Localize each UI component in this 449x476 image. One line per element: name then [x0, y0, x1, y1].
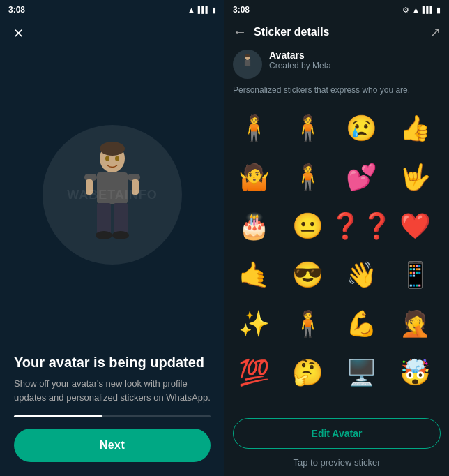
- svg-point-10: [112, 231, 129, 239]
- tap-preview-label: Tap to preview sticker: [233, 454, 441, 470]
- pack-sub: Created by Meta: [269, 61, 441, 70]
- edit-avatar-button[interactable]: Edit Avatar: [233, 418, 441, 449]
- sticker-cell[interactable]: 🧍: [284, 300, 331, 348]
- sticker-cell[interactable]: 💕: [337, 154, 385, 201]
- battery-icon-right: ▮: [436, 6, 441, 15]
- right-nav: ← Sticker details ↗: [224, 20, 449, 44]
- signal-icon-right: ▌▌▌: [423, 6, 434, 13]
- progress-bar: [14, 415, 211, 417]
- avatar-figure: [70, 139, 154, 251]
- left-status-bar: 3:08 ▲ ▌▌▌ ▮: [0, 0, 224, 20]
- sticker-cell[interactable]: 🤔: [284, 349, 331, 396]
- wifi-icon: ▲: [188, 6, 195, 14]
- sticker-cell[interactable]: 🧍: [284, 105, 331, 152]
- right-time: 3:08: [233, 5, 250, 15]
- sticker-cell[interactable]: 😢: [337, 105, 385, 152]
- svg-point-12: [115, 156, 119, 161]
- sticker-info: Avatars Created by Meta: [224, 44, 449, 84]
- update-desc: Show off your avatar's new look with pro…: [14, 377, 211, 404]
- svg-rect-7: [97, 203, 111, 235]
- sticker-cell[interactable]: ❓❓: [337, 202, 385, 250]
- sticker-grid: 🧍🧍😢👍🤷🧍💕🤟🎂😐❓❓❤️🤙😎👋📱✨🧍💪🤦💯🤔🖥️🤯: [224, 102, 449, 412]
- svg-point-9: [96, 231, 112, 239]
- sticker-cell[interactable]: 🧍: [284, 154, 331, 201]
- sticker-cell[interactable]: 📱: [391, 251, 439, 299]
- pack-avatar-figure: [237, 54, 258, 75]
- pack-name: Avatars: [269, 50, 441, 61]
- right-panel: 3:08 ⚙ ▲ ▌▌▌ ▮ ← Sticker details ↗ Avata…: [224, 0, 449, 476]
- wifi-icon-right: ▲: [412, 6, 420, 14]
- close-button[interactable]: ✕: [8, 24, 28, 43]
- sticker-cell[interactable]: 👍: [391, 105, 439, 152]
- signal-icon: ▌▌▌: [198, 6, 209, 13]
- svg-point-11: [105, 156, 109, 161]
- left-time: 3:08: [8, 5, 25, 15]
- battery-icon: ▮: [212, 6, 216, 15]
- sticker-cell[interactable]: 🖥️: [337, 349, 385, 396]
- pack-meta: Avatars Created by Meta: [269, 50, 441, 70]
- sticker-cell[interactable]: 🤙: [230, 251, 277, 299]
- settings-icon: ⚙: [402, 6, 409, 15]
- left-panel: 3:08 ▲ ▌▌▌ ▮ ✕ WABETAINFO: [0, 0, 224, 476]
- next-button[interactable]: Next: [14, 429, 211, 462]
- svg-rect-5: [86, 179, 93, 195]
- sticker-cell[interactable]: ✨: [230, 300, 277, 348]
- sticker-cell[interactable]: 💯: [230, 349, 277, 396]
- pack-avatar: [233, 50, 262, 79]
- sticker-cell[interactable]: 🤦: [391, 300, 439, 348]
- sticker-cell[interactable]: 🤟: [391, 154, 439, 201]
- right-status-bar: 3:08 ⚙ ▲ ▌▌▌ ▮: [224, 0, 449, 20]
- sticker-cell[interactable]: ❤️: [391, 202, 439, 250]
- right-status-icons: ⚙ ▲ ▌▌▌ ▮: [402, 6, 441, 15]
- share-icon[interactable]: ↗: [430, 24, 441, 40]
- svg-rect-15: [245, 60, 250, 66]
- sticker-cell[interactable]: 🤯: [391, 349, 439, 396]
- sticker-cell[interactable]: 😐: [284, 202, 331, 250]
- sticker-cell[interactable]: 🎂: [230, 202, 277, 250]
- sticker-cell[interactable]: 😎: [284, 251, 331, 299]
- svg-rect-8: [114, 203, 128, 235]
- avatar-circle: WABETAINFO: [43, 125, 182, 265]
- pack-desc: Personalized stickers that express who y…: [224, 84, 449, 102]
- sticker-cell[interactable]: 🤷: [230, 154, 277, 201]
- left-bottom: Your avatar is being updated Show off yo…: [0, 342, 224, 476]
- sticker-cell[interactable]: 💪: [337, 300, 385, 348]
- sticker-cell[interactable]: 👋: [337, 251, 385, 299]
- back-button[interactable]: ←: [233, 24, 247, 40]
- svg-point-14: [245, 54, 250, 57]
- left-status-icons: ▲ ▌▌▌ ▮: [188, 6, 216, 15]
- svg-point-1: [100, 142, 125, 156]
- avatar-area: WABETAINFO: [0, 47, 224, 342]
- sticker-cell[interactable]: 🧍: [230, 105, 277, 152]
- bottom-actions: Edit Avatar Tap to preview sticker: [224, 412, 449, 476]
- left-header: ✕: [0, 20, 224, 47]
- nav-title: Sticker details: [254, 26, 423, 38]
- update-title: Your avatar is being updated: [14, 353, 211, 371]
- svg-rect-6: [132, 179, 139, 195]
- svg-rect-2: [97, 172, 128, 204]
